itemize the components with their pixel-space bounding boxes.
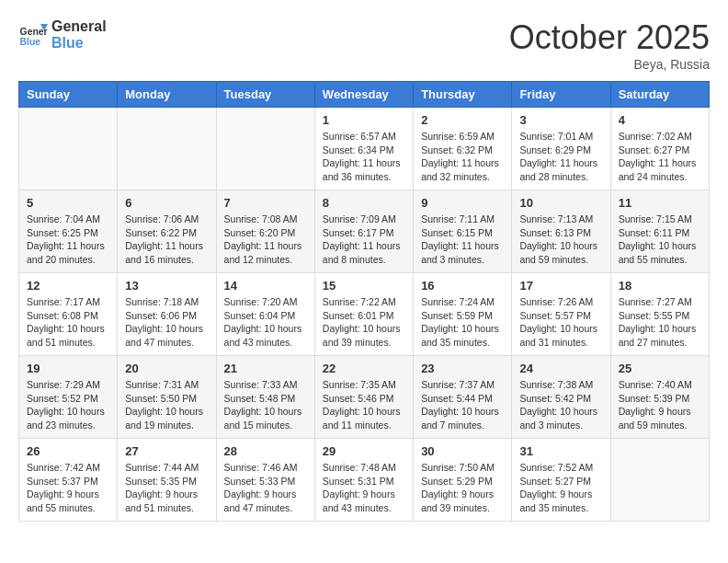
calendar-cell: 5Sunrise: 7:04 AM Sunset: 6:25 PM Daylig… xyxy=(19,190,118,273)
day-number: 31 xyxy=(519,444,602,458)
logo-icon: General Blue xyxy=(18,20,48,50)
day-info: Sunrise: 7:37 AM Sunset: 5:44 PM Dayligh… xyxy=(421,378,504,432)
day-number: 12 xyxy=(27,279,109,293)
day-info: Sunrise: 7:46 AM Sunset: 5:33 PM Dayligh… xyxy=(224,461,307,515)
page-header: General Blue General Blue October 2025 B… xyxy=(18,18,710,72)
day-info: Sunrise: 7:26 AM Sunset: 5:57 PM Dayligh… xyxy=(519,295,602,350)
calendar-cell: 20Sunrise: 7:31 AM Sunset: 5:50 PM Dayli… xyxy=(118,356,216,439)
week-row-2: 5Sunrise: 7:04 AM Sunset: 6:25 PM Daylig… xyxy=(19,190,710,273)
day-number: 4 xyxy=(619,113,701,127)
day-number: 20 xyxy=(125,362,208,375)
calendar-cell: 10Sunrise: 7:13 AM Sunset: 6:13 PM Dayli… xyxy=(512,190,610,273)
title-area: October 2025 Beya, Russia xyxy=(509,18,710,72)
day-info: Sunrise: 7:02 AM Sunset: 6:27 PM Dayligh… xyxy=(619,130,701,184)
calendar-cell: 14Sunrise: 7:20 AM Sunset: 6:04 PM Dayli… xyxy=(216,273,314,356)
day-number: 25 xyxy=(619,362,701,375)
day-info: Sunrise: 7:35 AM Sunset: 5:46 PM Dayligh… xyxy=(323,378,405,432)
day-number: 6 xyxy=(125,196,208,210)
day-info: Sunrise: 7:04 AM Sunset: 6:25 PM Dayligh… xyxy=(27,213,109,267)
day-number: 16 xyxy=(421,279,504,293)
day-info: Sunrise: 7:20 AM Sunset: 6:04 PM Dayligh… xyxy=(224,295,307,350)
day-info: Sunrise: 6:59 AM Sunset: 6:32 PM Dayligh… xyxy=(421,130,504,184)
day-number: 29 xyxy=(323,444,405,458)
day-info: Sunrise: 7:01 AM Sunset: 6:29 PM Dayligh… xyxy=(519,130,602,184)
day-number: 21 xyxy=(224,362,307,375)
logo: General Blue General Blue xyxy=(18,18,107,52)
calendar-table: SundayMondayTuesdayWednesdayThursdayFrid… xyxy=(18,81,710,522)
day-info: Sunrise: 7:27 AM Sunset: 5:55 PM Dayligh… xyxy=(619,295,701,350)
weekday-header-thursday: Thursday xyxy=(414,82,512,108)
calendar-cell: 2Sunrise: 6:59 AM Sunset: 6:32 PM Daylig… xyxy=(414,108,512,190)
calendar-cell: 7Sunrise: 7:08 AM Sunset: 6:20 PM Daylig… xyxy=(216,190,314,273)
calendar-cell: 24Sunrise: 7:38 AM Sunset: 5:42 PM Dayli… xyxy=(512,356,610,439)
day-number: 30 xyxy=(421,444,504,458)
day-info: Sunrise: 7:06 AM Sunset: 6:22 PM Dayligh… xyxy=(125,213,208,267)
calendar-cell: 1Sunrise: 6:57 AM Sunset: 6:34 PM Daylig… xyxy=(314,108,413,190)
calendar-cell: 4Sunrise: 7:02 AM Sunset: 6:27 PM Daylig… xyxy=(610,108,709,190)
logo-general: General xyxy=(51,18,107,35)
day-info: Sunrise: 7:22 AM Sunset: 6:01 PM Dayligh… xyxy=(323,295,405,350)
svg-text:Blue: Blue xyxy=(20,37,41,47)
calendar-cell: 13Sunrise: 7:18 AM Sunset: 6:06 PM Dayli… xyxy=(118,273,216,356)
week-row-4: 19Sunrise: 7:29 AM Sunset: 5:52 PM Dayli… xyxy=(19,356,710,439)
day-number: 7 xyxy=(224,196,307,210)
calendar-cell: 18Sunrise: 7:27 AM Sunset: 5:55 PM Dayli… xyxy=(610,273,709,356)
weekday-header-wednesday: Wednesday xyxy=(314,82,413,108)
day-info: Sunrise: 7:09 AM Sunset: 6:17 PM Dayligh… xyxy=(323,213,405,267)
day-number: 23 xyxy=(421,362,504,375)
day-info: Sunrise: 7:24 AM Sunset: 5:59 PM Dayligh… xyxy=(421,295,504,350)
calendar-cell: 31Sunrise: 7:52 AM Sunset: 5:27 PM Dayli… xyxy=(512,439,610,522)
weekday-header-friday: Friday xyxy=(512,82,610,108)
calendar-cell: 17Sunrise: 7:26 AM Sunset: 5:57 PM Dayli… xyxy=(512,273,610,356)
day-info: Sunrise: 7:48 AM Sunset: 5:31 PM Dayligh… xyxy=(323,461,405,515)
calendar-cell: 16Sunrise: 7:24 AM Sunset: 5:59 PM Dayli… xyxy=(414,273,512,356)
day-info: Sunrise: 7:52 AM Sunset: 5:27 PM Dayligh… xyxy=(519,461,602,515)
day-number: 11 xyxy=(619,196,701,210)
calendar-cell: 23Sunrise: 7:37 AM Sunset: 5:44 PM Dayli… xyxy=(414,356,512,439)
day-number: 22 xyxy=(323,362,405,375)
day-info: Sunrise: 7:18 AM Sunset: 6:06 PM Dayligh… xyxy=(125,295,208,350)
day-info: Sunrise: 7:42 AM Sunset: 5:37 PM Dayligh… xyxy=(27,461,109,515)
day-number: 26 xyxy=(27,444,109,458)
weekday-header-sunday: Sunday xyxy=(19,82,118,108)
calendar-cell: 22Sunrise: 7:35 AM Sunset: 5:46 PM Dayli… xyxy=(314,356,413,439)
day-info: Sunrise: 7:13 AM Sunset: 6:13 PM Dayligh… xyxy=(519,213,602,267)
weekday-header-saturday: Saturday xyxy=(610,82,709,108)
calendar-cell: 26Sunrise: 7:42 AM Sunset: 5:37 PM Dayli… xyxy=(19,439,118,522)
calendar-cell: 28Sunrise: 7:46 AM Sunset: 5:33 PM Dayli… xyxy=(216,439,314,522)
week-row-5: 26Sunrise: 7:42 AM Sunset: 5:37 PM Dayli… xyxy=(19,439,710,522)
day-number: 19 xyxy=(27,362,109,375)
day-number: 18 xyxy=(619,279,701,293)
calendar-cell: 21Sunrise: 7:33 AM Sunset: 5:48 PM Dayli… xyxy=(216,356,314,439)
day-info: Sunrise: 7:08 AM Sunset: 6:20 PM Dayligh… xyxy=(224,213,307,267)
day-number: 2 xyxy=(421,113,504,127)
day-number: 27 xyxy=(125,444,208,458)
day-number: 15 xyxy=(323,279,405,293)
calendar-cell: 19Sunrise: 7:29 AM Sunset: 5:52 PM Dayli… xyxy=(19,356,118,439)
calendar-cell: 25Sunrise: 7:40 AM Sunset: 5:39 PM Dayli… xyxy=(610,356,709,439)
calendar-cell xyxy=(610,439,709,522)
calendar-cell xyxy=(118,108,216,190)
calendar-cell: 3Sunrise: 7:01 AM Sunset: 6:29 PM Daylig… xyxy=(512,108,610,190)
day-info: Sunrise: 7:31 AM Sunset: 5:50 PM Dayligh… xyxy=(125,378,208,432)
weekday-header-monday: Monday xyxy=(118,82,216,108)
weekday-header-tuesday: Tuesday xyxy=(216,82,314,108)
calendar-cell xyxy=(19,108,118,190)
day-info: Sunrise: 7:33 AM Sunset: 5:48 PM Dayligh… xyxy=(224,378,307,432)
day-number: 14 xyxy=(224,279,307,293)
calendar-cell: 29Sunrise: 7:48 AM Sunset: 5:31 PM Dayli… xyxy=(314,439,413,522)
day-number: 8 xyxy=(323,196,405,210)
calendar-cell xyxy=(216,108,314,190)
day-info: Sunrise: 7:50 AM Sunset: 5:29 PM Dayligh… xyxy=(421,461,504,515)
calendar-cell: 12Sunrise: 7:17 AM Sunset: 6:08 PM Dayli… xyxy=(19,273,118,356)
day-info: Sunrise: 7:11 AM Sunset: 6:15 PM Dayligh… xyxy=(421,213,504,267)
day-info: Sunrise: 7:44 AM Sunset: 5:35 PM Dayligh… xyxy=(125,461,208,515)
day-number: 28 xyxy=(224,444,307,458)
week-row-1: 1Sunrise: 6:57 AM Sunset: 6:34 PM Daylig… xyxy=(19,108,710,190)
day-number: 9 xyxy=(421,196,504,210)
day-number: 3 xyxy=(519,113,602,127)
day-info: Sunrise: 7:15 AM Sunset: 6:11 PM Dayligh… xyxy=(619,213,701,267)
location: Beya, Russia xyxy=(509,57,710,72)
calendar-cell: 6Sunrise: 7:06 AM Sunset: 6:22 PM Daylig… xyxy=(118,190,216,273)
day-number: 13 xyxy=(125,279,208,293)
